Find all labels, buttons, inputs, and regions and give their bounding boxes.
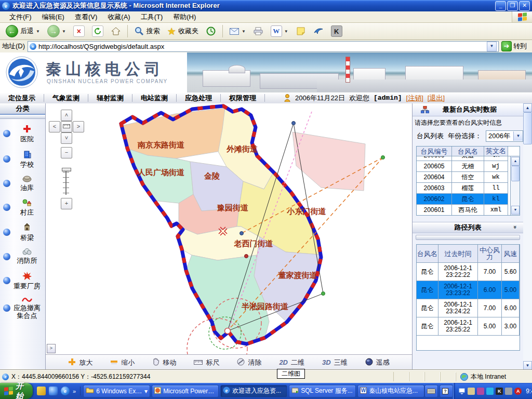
sidebar-item-油库[interactable]: 油库: [3, 175, 45, 192]
sphere-bullet-icon[interactable]: [3, 304, 10, 312]
favorites-button[interactable]: ★ 收藏夹: [165, 24, 201, 38]
table-row[interactable]: 昆仑2006-12-1 23:22:227.005.60: [417, 263, 520, 281]
ati-tray-icon[interactable]: A: [514, 388, 522, 395]
zoom-slider-thumb[interactable]: [62, 168, 71, 171]
zoom-out-step-button[interactable]: −: [61, 147, 72, 158]
path-list-header[interactable]: 路径列表 »: [413, 222, 523, 233]
map-tool-移动[interactable]: 移动: [152, 358, 176, 367]
help-task-button[interactable]: ?: [440, 385, 453, 397]
map-tool-遥感[interactable]: 遥感: [365, 358, 390, 367]
nav-tab-辐射监测[interactable]: 辐射监测: [88, 94, 132, 102]
logout-link[interactable]: [注销]: [406, 94, 423, 103]
typhoon-table-scrollbar[interactable]: ▲ ▼: [510, 156, 520, 215]
table-row[interactable]: 昆仑2006-12-1 23:23:226.005.00: [417, 281, 520, 299]
table-row[interactable]: 200604悟空wk: [417, 172, 508, 183]
back-dropdown-icon[interactable]: ▼: [36, 29, 40, 34]
zoom-in-step-button[interactable]: +: [61, 198, 72, 209]
scrollbar-thumb[interactable]: [523, 112, 532, 144]
history-button[interactable]: [203, 25, 219, 37]
nav-tab-定位显示[interactable]: 定位显示: [0, 94, 44, 102]
collapse-chevron-icon[interactable]: »: [512, 225, 518, 229]
task-button[interactable]: Microsoft PowerP...: [152, 385, 219, 397]
sql-tray-icon[interactable]: [468, 388, 475, 395]
menu-item[interactable]: 查看(V): [70, 11, 102, 23]
edit-word-button[interactable]: W ▼: [268, 24, 291, 38]
notes-button[interactable]: [293, 25, 309, 37]
quick-launch-messenger-icon[interactable]: [49, 387, 58, 395]
table-row[interactable]: 200603榴莲ll: [417, 183, 508, 194]
refresh-button[interactable]: [89, 24, 106, 38]
nav-tab-应急处理[interactable]: 应急处理: [177, 94, 221, 102]
task-button[interactable]: W秦山核电站应急...: [357, 385, 424, 397]
map-tool-二维[interactable]: 2D二维: [279, 358, 304, 367]
sphere-bullet-icon[interactable]: [3, 277, 10, 284]
table-row[interactable]: 200601西马伦xml: [417, 205, 508, 215]
table-row[interactable]: 200602昆仑kl: [417, 194, 508, 205]
measure-button[interactable]: [61, 121, 72, 132]
scroll-up-icon[interactable]: ▲: [511, 157, 520, 166]
forward-dropdown-icon[interactable]: ▼: [62, 29, 66, 34]
address-dropdown-button[interactable]: ▼: [487, 42, 497, 51]
pan-right-button[interactable]: ˃: [73, 121, 84, 132]
restore-button[interactable]: ❐: [507, 1, 518, 11]
task-button[interactable]: 6 Windows Expl...▾: [83, 385, 150, 397]
sidebar-item-消防所[interactable]: 消防所: [3, 248, 45, 264]
gis-map[interactable]: 南京东路街道外滩街道人民广场街道金陵豫园街道小东门街道老西门街道董家渡街道半淞园…: [46, 103, 412, 354]
go-button[interactable]: ➔ 转到: [501, 41, 530, 51]
map-tool-缩小[interactable]: 缩小: [110, 358, 135, 367]
start-button[interactable]: 开始: [0, 383, 33, 399]
task-button[interactable]: SQL Server 服务...: [289, 385, 356, 397]
sphere-bullet-icon[interactable]: [3, 253, 10, 260]
table-row[interactable]: 200605无稽wj: [417, 161, 508, 172]
table-row[interactable]: 昆仑2006-12-1 23:25:225.003.00: [417, 317, 520, 336]
sphere-bullet-icon[interactable]: [3, 229, 10, 236]
zoom-slider[interactable]: [65, 168, 66, 195]
sidebar-item-桥梁[interactable]: 桥梁: [3, 223, 45, 242]
menu-item[interactable]: 编辑(E): [37, 11, 70, 23]
forward-button[interactable]: → ▼: [45, 24, 69, 38]
back-button[interactable]: ← 后退 ▼: [3, 24, 43, 38]
quick-launch-lightning-icon[interactable]: [37, 387, 46, 395]
menu-item[interactable]: 帮助(H): [168, 11, 201, 23]
sync-tray-icon[interactable]: [505, 388, 512, 395]
mail-dropdown-icon[interactable]: ▼: [242, 29, 246, 34]
year-dropdown-icon[interactable]: ▼: [513, 131, 523, 141]
netants-button[interactable]: [311, 25, 326, 37]
sidebar-item-医院[interactable]: 医院: [3, 124, 45, 143]
keyboard-task-button[interactable]: [424, 385, 438, 397]
address-input[interactable]: e http://localhost/QSgridwebgis/default.…: [28, 41, 499, 52]
home-button[interactable]: [108, 25, 124, 37]
edit-dropdown-icon[interactable]: ▼: [284, 29, 288, 34]
msn-tray-icon[interactable]: [486, 388, 494, 395]
quick-launch-more-icon[interactable]: »: [73, 388, 76, 394]
map-tool-三维[interactable]: 3D三维: [322, 358, 348, 367]
map-area[interactable]: 南京东路街道外滩街道人民广场街道金陵豫园街道小东门街道老西门街道董家渡街道半淞园…: [46, 103, 412, 370]
task-button[interactable]: e欢迎进入应急资...: [220, 385, 287, 397]
scroll-thumb[interactable]: [511, 166, 520, 181]
pan-down-button[interactable]: ˅: [61, 132, 72, 144]
map-tool-放大[interactable]: 放大: [68, 358, 92, 367]
table-row[interactable]: 200606太虚tx: [417, 156, 508, 161]
year-select[interactable]: 2006年 ▼: [486, 130, 523, 142]
kaspersky-button[interactable]: K: [328, 24, 345, 38]
pan-left-button[interactable]: ˂: [49, 121, 60, 132]
search-button[interactable]: 搜索: [131, 25, 163, 37]
menu-item[interactable]: 工具(T): [136, 11, 168, 23]
nav-tab-气象监测[interactable]: 气象监测: [44, 94, 88, 102]
map-tool-标尺[interactable]: 标尺: [194, 358, 219, 367]
sidebar-item-村庄[interactable]: 村庄: [3, 198, 45, 216]
page-scrollbar[interactable]: ▲ ▼: [523, 103, 532, 370]
sphere-bullet-icon[interactable]: [3, 204, 10, 211]
mail-button[interactable]: ▼: [227, 25, 248, 37]
print-button[interactable]: [250, 25, 266, 37]
sphere-bullet-icon[interactable]: [3, 180, 10, 187]
quick-launch-ie-icon[interactable]: e: [61, 387, 70, 395]
stop-button[interactable]: ×: [71, 24, 87, 38]
sphere-bullet-icon[interactable]: [3, 155, 10, 163]
minimize-button[interactable]: _: [495, 1, 506, 11]
task-dropdown-icon[interactable]: ▾: [144, 388, 148, 395]
nav-tab-权限管理[interactable]: 权限管理: [221, 94, 265, 102]
exit-link[interactable]: [退出]: [428, 94, 445, 103]
kaspersky-tray-icon[interactable]: K: [496, 388, 503, 395]
scrollbar-down-icon[interactable]: ▼: [523, 361, 532, 370]
